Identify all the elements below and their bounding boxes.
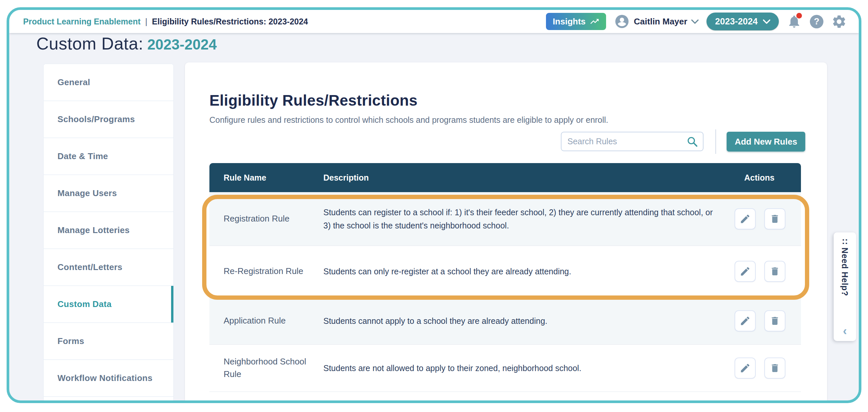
rule-name-cell: Neighborhood School Rule — [209, 355, 323, 380]
chevron-down-icon — [763, 20, 770, 24]
top-header-bar: Product Learning Enablement | Eligibilit… — [9, 10, 859, 33]
rule-name-cell: Re-Registration Rule — [209, 265, 323, 278]
search-rules-box — [561, 132, 704, 151]
rule-description-cell: Students can only re-register at a schoo… — [323, 265, 720, 278]
rule-name-cell: Application Rule — [209, 315, 323, 327]
table-row: Neighborhood School Rule Students are no… — [209, 345, 801, 392]
delete-rule-button[interactable] — [764, 310, 785, 331]
table-row: Application Rule Students cannot apply t… — [209, 297, 801, 345]
sidebar-item-label: Workflow Notifications — [58, 373, 153, 383]
search-rules-input[interactable] — [561, 137, 686, 146]
chevron-left-icon[interactable]: ‹ — [834, 325, 856, 337]
page-title-year: 2023-2024 — [147, 36, 217, 53]
user-menu[interactable]: Caitlin Mayer — [614, 13, 699, 29]
pencil-icon — [740, 362, 751, 374]
sidebar-item[interactable]: Custom Data — [43, 286, 174, 323]
breadcrumb-separator: | — [145, 17, 148, 26]
sidebar-item-label: Forms — [58, 336, 84, 346]
edit-rule-button[interactable] — [735, 310, 756, 331]
main-panel: Eligibility Rules/Restrictions Configure… — [185, 62, 827, 403]
page-title-text: Custom Data: — [36, 34, 143, 53]
settings-sidebar: General Schools/Programs Date & Time Man… — [43, 64, 174, 403]
sidebar-item-label: Content/Letters — [58, 262, 123, 272]
trash-icon — [770, 316, 780, 326]
insights-button[interactable]: Insights — [546, 13, 606, 30]
sidebar-item[interactable]: Date & Time — [43, 138, 174, 175]
breadcrumb-page-title: Eligibility Rules/Restrictions: 2023-202… — [152, 17, 308, 26]
rule-name-cell: Registration Rule — [209, 213, 323, 225]
rule-description-cell: Students cannot apply to a school they a… — [323, 314, 720, 327]
breadcrumb-app-name[interactable]: Product Learning Enablement — [23, 17, 141, 26]
delete-rule-button[interactable] — [764, 208, 785, 229]
table-row: Registration Rule Students can register … — [209, 192, 801, 246]
sidebar-item[interactable]: Schools/Programs — [43, 101, 174, 138]
edit-rule-button[interactable] — [735, 357, 756, 379]
pencil-icon — [740, 315, 751, 326]
pencil-icon — [740, 266, 751, 277]
sidebar-item-label: Custom Data — [58, 299, 112, 309]
school-year-selector[interactable]: 2023-2024 — [707, 12, 779, 30]
table-header-row: Rule Name Description Actions — [209, 163, 801, 192]
section-description: Configure rules and restrictions to cont… — [209, 115, 609, 125]
trash-icon — [770, 363, 780, 373]
rule-description-cell: Students can register to a school if: 1)… — [323, 206, 720, 232]
column-header-rule-name: Rule Name — [209, 173, 323, 183]
pencil-icon — [740, 213, 751, 224]
insights-label: Insights — [553, 17, 586, 27]
edit-rule-button[interactable] — [735, 261, 756, 282]
need-help-label: ∷ Need Help? — [840, 239, 850, 296]
row-actions — [720, 261, 801, 282]
page-title: Custom Data:2023-2024 — [36, 34, 217, 54]
delete-rule-button[interactable] — [764, 261, 785, 282]
row-actions — [720, 310, 801, 331]
column-header-description: Description — [323, 173, 720, 183]
table-body: Registration Rule Students can register … — [209, 192, 801, 392]
search-icon[interactable] — [686, 136, 698, 148]
help-icon[interactable]: ? — [810, 15, 824, 28]
trash-icon — [770, 266, 780, 277]
edit-rule-button[interactable] — [735, 208, 756, 229]
sidebar-item[interactable]: Forms — [43, 323, 174, 360]
toolbar-divider — [715, 129, 716, 154]
column-header-actions: Actions — [720, 173, 801, 183]
header-actions: Insights Caitlin Mayer 2023-2024 — [546, 10, 847, 33]
notification-dot — [796, 13, 802, 19]
sidebar-item-label: Manage Lotteries — [58, 225, 130, 235]
sidebar-item-label: Manage Users — [58, 188, 117, 198]
user-name: Caitlin Mayer — [634, 17, 687, 27]
avatar-icon — [614, 13, 630, 29]
rule-description-cell: Students are not allowed to apply to the… — [323, 361, 720, 375]
sidebar-item[interactable]: Workflow Notifications — [43, 360, 174, 397]
section-heading: Eligibility Rules/Restrictions — [209, 91, 417, 109]
sidebar-item[interactable]: Manage Users — [43, 175, 174, 212]
trash-icon — [770, 214, 780, 224]
sidebar-item[interactable]: Manage Lotteries — [43, 212, 174, 249]
notifications-bell-icon[interactable] — [787, 13, 802, 29]
table-row: Re-Registration Rule Students can only r… — [209, 246, 801, 297]
add-new-rules-button[interactable]: Add New Rules — [726, 132, 805, 152]
chevron-down-icon — [691, 20, 699, 24]
app-window: Product Learning Enablement | Eligibilit… — [7, 7, 861, 403]
settings-gear-icon[interactable] — [831, 14, 847, 29]
row-actions — [720, 208, 801, 229]
need-help-tab[interactable]: ∷ Need Help? ‹ — [834, 232, 856, 341]
sidebar-item[interactable]: General — [43, 64, 174, 101]
screenshot-canvas: Product Learning Enablement | Eligibilit… — [0, 0, 868, 412]
row-actions — [720, 357, 801, 379]
sidebar-item-label: Date & Time — [58, 151, 108, 161]
trending-up-icon — [590, 17, 599, 26]
delete-rule-button[interactable] — [764, 357, 785, 379]
school-year-value: 2023-2024 — [715, 17, 758, 27]
sidebar-item-label: Schools/Programs — [58, 114, 135, 124]
sidebar-item-label: General — [58, 77, 90, 88]
sidebar-item[interactable]: Content/Letters — [43, 249, 174, 286]
breadcrumb: Product Learning Enablement | Eligibilit… — [23, 10, 308, 33]
grip-icon: ∷ — [840, 239, 849, 245]
rules-table: Rule Name Description Actions Registrati… — [209, 163, 801, 392]
